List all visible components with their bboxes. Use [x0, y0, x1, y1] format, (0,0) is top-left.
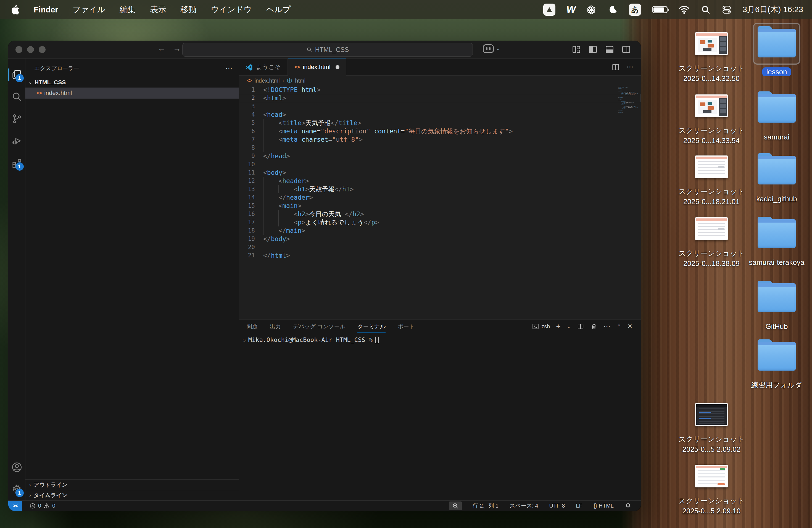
- problems-status-item[interactable]: 0 0: [29, 503, 55, 509]
- code-line-9[interactable]: 9</head>: [239, 152, 641, 160]
- screenshot-thumbnail[interactable]: [695, 94, 728, 117]
- code-line-17[interactable]: 17 <p>よく晴れるでしょう</p>: [239, 218, 641, 226]
- toggle-secondary-sidebar-button[interactable]: [621, 45, 631, 54]
- menu-item-view[interactable]: 表示: [150, 4, 166, 15]
- terminal-dropdown-button[interactable]: ⌄: [567, 323, 571, 329]
- screenshot-thumbnail[interactable]: [695, 156, 728, 178]
- code-line-18[interactable]: 18 </main>: [239, 226, 641, 235]
- code-line-11[interactable]: 11<body>: [239, 168, 641, 177]
- code-line-6[interactable]: 6 <meta name="description" content="毎日の気…: [239, 127, 641, 135]
- code-line-12[interactable]: 12 <header>: [239, 177, 641, 185]
- activitybar-account-button[interactable]: [8, 456, 25, 478]
- notifications-bell-icon[interactable]: [625, 503, 632, 509]
- code-line-5[interactable]: 5 <title>天気予報</title>: [239, 119, 641, 127]
- activitybar-run-debug-button[interactable]: [8, 130, 25, 152]
- folder-icon[interactable]: [753, 150, 800, 192]
- panel-tab-ポート[interactable]: ポート: [398, 320, 415, 333]
- window-close-button[interactable]: [15, 46, 23, 53]
- desktop-folder-lesson[interactable]: lesson: [735, 23, 812, 77]
- panel-tab-問題[interactable]: 問題: [247, 320, 258, 333]
- split-terminal-button[interactable]: [577, 323, 584, 330]
- menu-app-name[interactable]: Finder: [34, 5, 58, 14]
- code-line-13[interactable]: 13 <h1>天鼓予報</h1>: [239, 185, 641, 193]
- indentation-item[interactable]: スペース: 4: [510, 502, 538, 510]
- eol-item[interactable]: LF: [576, 503, 582, 509]
- copilot-menu[interactable]: ⌄: [483, 44, 500, 53]
- cursor-position-item[interactable]: 行 2、列 1: [473, 502, 498, 510]
- panel-more-actions-button[interactable]: ⋯: [604, 322, 611, 331]
- menubar-app-icon[interactable]: [543, 4, 555, 16]
- terminal-shell-item[interactable]: zsh: [532, 323, 550, 330]
- code-line-7[interactable]: 7 <meta charset="utf-8">: [239, 135, 641, 144]
- window-minimize-button[interactable]: [27, 46, 34, 53]
- breadcrumb-file[interactable]: index.html: [255, 78, 279, 84]
- code-line-3[interactable]: 3: [239, 102, 641, 111]
- activitybar-source-control-button[interactable]: [8, 108, 25, 130]
- desktop-folder-kadai_github[interactable]: kadai_github: [735, 150, 812, 204]
- wifi-icon[interactable]: [679, 5, 690, 14]
- activitybar-explorer-button[interactable]: 1: [8, 63, 25, 86]
- menu-item-help[interactable]: ヘルプ: [266, 4, 291, 15]
- close-panel-button[interactable]: ✕: [627, 323, 633, 330]
- activitybar-settings-button[interactable]: 1: [8, 478, 25, 500]
- menu-item-window[interactable]: ウインドウ: [211, 4, 251, 15]
- folder-icon[interactable]: [753, 23, 800, 64]
- code-line-1[interactable]: 1<!DOCTYPE html>: [239, 86, 641, 94]
- terminal[interactable]: ○ Mika.Okochi@MacBook-Air HTML_CSS %: [239, 333, 641, 500]
- screenshot-thumbnail[interactable]: [695, 32, 728, 55]
- new-terminal-button[interactable]: +: [556, 322, 561, 331]
- code-line-16[interactable]: 16 <h2>今日の天気 </h2>: [239, 210, 641, 218]
- code-line-2[interactable]: 2<html>: [239, 94, 641, 102]
- code-line-20[interactable]: 20: [239, 243, 641, 251]
- screenshot-thumbnail[interactable]: [695, 217, 728, 240]
- screenshot-thumbnail[interactable]: [695, 403, 728, 426]
- folder-icon[interactable]: [753, 277, 800, 319]
- panel-tab-出力[interactable]: 出力: [270, 320, 281, 333]
- code-editor[interactable]: 1<!DOCTYPE html>2<html>34<head>5 <title>…: [239, 86, 641, 320]
- desktop-folder-samurai-terakoya[interactable]: samurai-terakoya: [735, 213, 812, 268]
- code-line-4[interactable]: 4<head>: [239, 111, 641, 119]
- control-center-icon[interactable]: [722, 5, 731, 15]
- code-line-14[interactable]: 14 </header>: [239, 193, 641, 202]
- screenshot-thumbnail[interactable]: [695, 465, 728, 487]
- outline-section[interactable]: › アウトライン: [25, 480, 238, 490]
- spotlight-icon[interactable]: [701, 5, 711, 15]
- customize-layout-button[interactable]: [572, 45, 581, 54]
- menubar-clock[interactable]: 3月6日(木) 16:23: [743, 4, 803, 15]
- minimap[interactable]: <!DOCTYPE html><html><head> <title>天気予報<…: [618, 87, 638, 113]
- code-line-8[interactable]: 8: [239, 144, 641, 152]
- kill-terminal-button[interactable]: [590, 323, 597, 330]
- toggle-panel-button[interactable]: [605, 45, 614, 54]
- code-line-19[interactable]: 19</body>: [239, 235, 641, 243]
- code-line-21[interactable]: 21</html>: [239, 251, 641, 260]
- editor-more-actions-button[interactable]: ⋯: [626, 63, 634, 71]
- desktop-screenshot-6[interactable]: スクリーンショット2025-0...5 2.09.10: [662, 465, 761, 516]
- code-line-10[interactable]: 10: [239, 160, 641, 168]
- folder-icon[interactable]: [753, 88, 800, 130]
- menu-item-go[interactable]: 移動: [180, 4, 197, 15]
- language-mode-item[interactable]: {} HTML: [594, 503, 614, 509]
- wacom-icon[interactable]: W: [566, 4, 575, 15]
- history-back-button[interactable]: ←: [157, 44, 166, 53]
- openai-icon[interactable]: [586, 4, 597, 15]
- explorer-root-folder[interactable]: ⌄ HTML_CSS: [25, 77, 238, 88]
- battery-icon[interactable]: [652, 6, 668, 13]
- timeline-section[interactable]: › タイムライン: [25, 490, 238, 500]
- panel-tab-ターミナル[interactable]: ターミナル: [358, 320, 386, 333]
- toggle-primary-sidebar-button[interactable]: [588, 45, 598, 54]
- breadcrumb-symbol[interactable]: html: [295, 78, 305, 84]
- explorer-more-actions-button[interactable]: ⋯: [226, 64, 233, 73]
- folder-icon[interactable]: [753, 213, 800, 255]
- input-source-icon[interactable]: あ: [629, 4, 641, 16]
- command-center-search[interactable]: HTML_CSS: [182, 43, 473, 57]
- maximize-panel-button[interactable]: ⌃: [617, 323, 621, 330]
- encoding-item[interactable]: UTF-8: [549, 503, 565, 509]
- focus-moon-icon[interactable]: [608, 5, 618, 15]
- desktop-screenshot-5[interactable]: スクリーンショット2025-0...5 2.09.02: [662, 403, 761, 455]
- zoom-status-button[interactable]: [449, 501, 462, 510]
- activitybar-extensions-button[interactable]: 1: [8, 152, 25, 174]
- desktop-folder-GitHub[interactable]: GitHub: [735, 277, 812, 332]
- desktop-folder-samurai[interactable]: samurai: [735, 88, 812, 142]
- menu-item-file[interactable]: ファイル: [73, 4, 105, 15]
- menu-item-edit[interactable]: 編集: [120, 4, 135, 15]
